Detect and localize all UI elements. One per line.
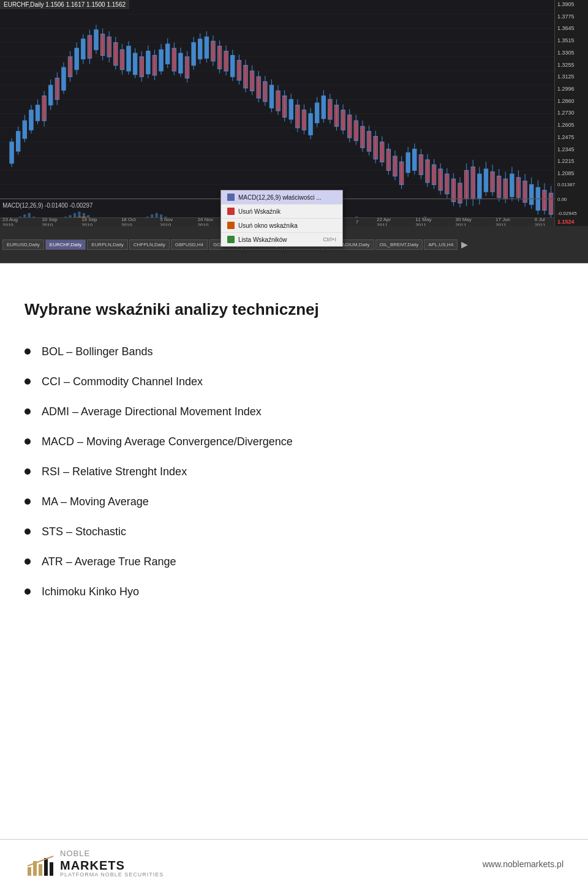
context-menu-item-properties[interactable]: MACD(12,26,9) właściwości ... <box>221 190 342 205</box>
logo-sub: PLATFORMA NOBLE SECURITIES <box>60 872 164 878</box>
price-level: 1.2215 <box>557 158 586 164</box>
svg-rect-325 <box>39 864 42 876</box>
list-item-text: Ichimoku Kinko Hyo <box>42 584 139 600</box>
bullet-dot <box>24 529 31 535</box>
list-icon <box>227 236 235 243</box>
properties-icon <box>227 194 235 201</box>
svg-rect-323 <box>28 867 31 876</box>
context-menu-item-indicators-list[interactable]: Lista Wskaźników Ctrl+I <box>221 233 342 246</box>
bullet-dot <box>24 378 31 385</box>
tab-scroll-right[interactable]: ▶ <box>461 239 468 249</box>
footer-url: www.noblemarkets.pl <box>483 859 564 869</box>
chart-area: MACD(12,26,9) -0.01400 -0.00297 EURCHF,D… <box>0 0 588 263</box>
list-item-text: CCI – Commodity Channel Index <box>42 374 203 390</box>
footer-logo: NOBLE MARKETS PLATFORMA NOBLE SECURITIES <box>24 849 164 879</box>
list-item: ADMI – Average Directional Movement Inde… <box>24 404 564 420</box>
footer: NOBLE MARKETS PLATFORMA NOBLE SECURITIES… <box>0 839 588 888</box>
bullet-dot <box>24 438 31 445</box>
bullet-dot <box>24 468 31 475</box>
macd-scale-value: 0.00 <box>557 197 586 202</box>
noble-markets-logo-icon <box>24 849 55 879</box>
macd-scale: 0.01387 0.00 -0.02945 <box>554 181 588 217</box>
price-level: 1.3645 <box>557 25 586 31</box>
remove-window-icon <box>227 222 235 229</box>
list-item-text: ADMI – Average Directional Movement Inde… <box>42 404 262 420</box>
chart-tab[interactable]: EURUSD,Daily <box>2 239 44 250</box>
svg-rect-326 <box>44 858 48 876</box>
chart-tab[interactable]: GBPUSD,H4 <box>171 239 208 250</box>
price-level: 1.2996 <box>557 86 586 92</box>
section-title: Wybrane wskaźniki analizy technicznej <box>24 300 564 319</box>
list-item-text: STS – Stochastic <box>42 524 126 540</box>
main-content: Wybrane wskaźniki analizy technicznej BO… <box>0 263 588 638</box>
list-item: MA – Moving Average <box>24 494 564 510</box>
list-item: CCI – Commodity Channel Index <box>24 374 564 390</box>
price-level: 1.3905 <box>557 1 586 7</box>
logo-noble: NOBLE <box>60 849 164 858</box>
svg-rect-327 <box>50 862 53 876</box>
logo-text: NOBLE MARKETS PLATFORMA NOBLE SECURITIES <box>60 849 164 878</box>
chart-tab[interactable]: EURPLN,Daily <box>87 239 127 250</box>
context-menu-item-remove-indicator[interactable]: Usuń Wskaźnik <box>221 205 342 219</box>
chart-tab-active[interactable]: EURCHF,Daily <box>45 239 86 250</box>
list-item-text: BOL – Bollinger Bands <box>42 344 153 360</box>
list-item-text: MACD – Moving Average Convergence/Diverg… <box>42 434 293 450</box>
price-level: 1.3305 <box>557 50 586 56</box>
remove-icon <box>227 208 235 215</box>
context-menu-item-remove-window[interactable]: Usuń okno wskaźnika <box>221 219 342 233</box>
bullet-dot <box>24 499 31 505</box>
chart-tab[interactable]: APL,US,H4 <box>424 239 458 250</box>
list-item: MACD – Moving Average Convergence/Diverg… <box>24 434 564 450</box>
svg-text:MACD(12,26,9) -0.01400 -0.0029: MACD(12,26,9) -0.01400 -0.00297 <box>2 201 92 208</box>
price-level: 1.3515 <box>557 37 586 43</box>
list-item-text: RSI – Relative Strenght Index <box>42 464 187 480</box>
price-level: 1.2605 <box>557 122 586 128</box>
macd-scale-value: -0.02945 <box>557 211 586 216</box>
list-item: Ichimoku Kinko Hyo <box>24 584 564 600</box>
price-level: 1.2475 <box>557 134 586 140</box>
price-level: 1.1524 <box>557 219 586 225</box>
context-menu: MACD(12,26,9) właściwości ... Usuń Wskaź… <box>221 190 343 247</box>
price-level: 1.3125 <box>557 73 586 80</box>
chart-tab[interactable]: CHFPLN,Daily <box>129 239 170 250</box>
macd-scale-value: 0.01387 <box>557 182 586 187</box>
list-item: ATR – Average True Range <box>24 554 564 570</box>
list-item-text: ATR – Average True Range <box>42 554 176 570</box>
chart-tab[interactable]: OIL_BRENT,Daily <box>375 239 423 250</box>
price-level: 1.3775 <box>557 13 586 20</box>
list-item-text: MA – Moving Average <box>42 494 149 510</box>
chart-header: EURCHF,Daily 1.1506 1.1617 1.1500 1.1562 <box>0 0 129 9</box>
bullet-dot <box>24 348 31 355</box>
bullet-dot <box>24 408 31 415</box>
price-level: 1.2345 <box>557 146 586 152</box>
price-level: 1.2860 <box>557 98 586 104</box>
price-level: 1.2730 <box>557 110 586 116</box>
bullet-dot <box>24 559 31 565</box>
list-item: STS – Stochastic <box>24 524 564 540</box>
logo-markets: MARKETS <box>60 859 164 872</box>
list-item: BOL – Bollinger Bands <box>24 344 564 360</box>
indicator-list: BOL – Bollinger Bands CCI – Commodity Ch… <box>24 344 564 600</box>
bullet-dot <box>24 589 31 595</box>
price-level: 1.2085 <box>557 170 586 176</box>
price-level: 1.3255 <box>557 62 586 68</box>
list-item: RSI – Relative Strenght Index <box>24 464 564 480</box>
